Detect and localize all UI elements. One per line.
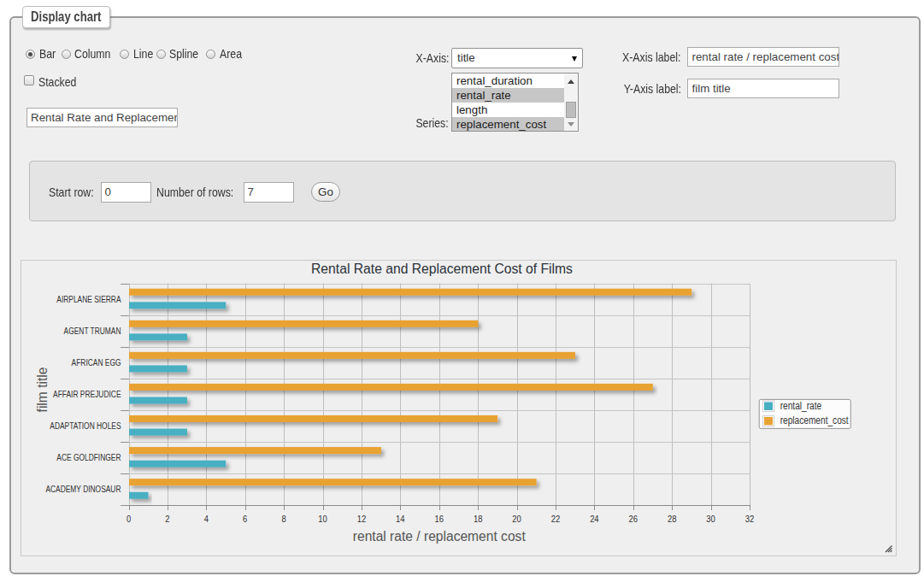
svg-text:AFFAIR PREJUDICE: AFFAIR PREJUDICE xyxy=(53,390,121,399)
svg-text:ACADEMY DINOSAUR: ACADEMY DINOSAUR xyxy=(45,485,121,494)
svg-text:4: 4 xyxy=(204,514,209,524)
svg-text:14: 14 xyxy=(396,514,405,524)
svg-text:rental rate / replacement cost: rental rate / replacement cost xyxy=(353,529,527,544)
svg-text:22: 22 xyxy=(551,514,561,524)
svg-text:24: 24 xyxy=(590,514,599,524)
svg-text:8: 8 xyxy=(282,514,287,524)
svg-text:rental_rate: rental_rate xyxy=(780,400,822,412)
svg-text:6: 6 xyxy=(243,514,248,524)
svg-text:2: 2 xyxy=(165,514,170,524)
svg-text:30: 30 xyxy=(706,514,715,524)
svg-text:AGENT TRUMAN: AGENT TRUMAN xyxy=(64,326,121,336)
svg-text:film title: film title xyxy=(35,367,50,413)
svg-text:Rental Rate and Replacement Co: Rental Rate and Replacement Cost of Film… xyxy=(311,262,573,276)
svg-text:10: 10 xyxy=(318,514,327,524)
svg-text:20: 20 xyxy=(512,514,521,524)
svg-text:12: 12 xyxy=(357,514,367,524)
svg-text:16: 16 xyxy=(435,514,444,524)
svg-text:AFRICAN EGG: AFRICAN EGG xyxy=(72,358,121,367)
svg-text:AIRPLANE SIERRA: AIRPLANE SIERRA xyxy=(56,295,121,304)
svg-text:28: 28 xyxy=(668,514,677,524)
svg-text:ADAPTATION HOLES: ADAPTATION HOLES xyxy=(50,421,121,431)
svg-text:replacement_cost: replacement_cost xyxy=(780,414,850,426)
svg-text:32: 32 xyxy=(745,514,755,524)
svg-text:26: 26 xyxy=(629,514,639,524)
svg-text:0: 0 xyxy=(127,514,132,524)
svg-text:18: 18 xyxy=(474,514,483,524)
svg-text:ACE GOLDFINGER: ACE GOLDFINGER xyxy=(56,453,121,462)
